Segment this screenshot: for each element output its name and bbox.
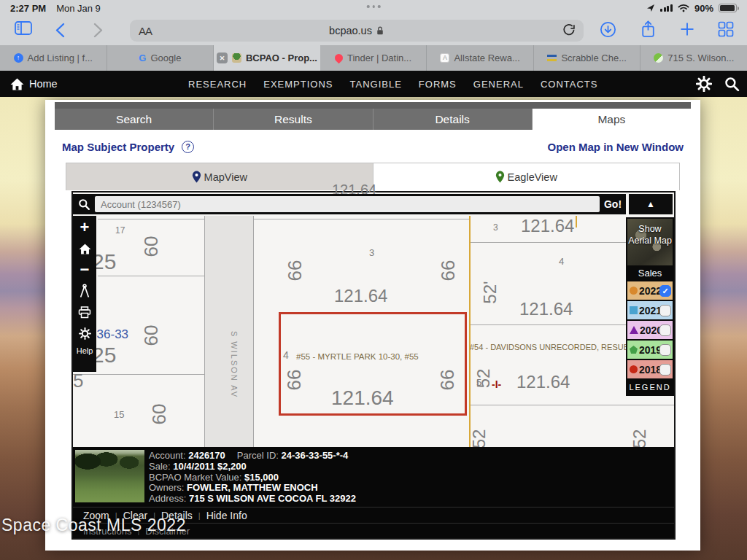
nav-item-general[interactable]: GENERAL xyxy=(473,79,524,90)
map-label: 121.64 xyxy=(516,373,570,391)
leaf-favicon-icon xyxy=(654,53,663,63)
map-link-hide-info[interactable]: Hide Info xyxy=(201,510,253,521)
open-map-new-window-link[interactable]: Open Map in New Window xyxy=(547,141,684,153)
sales-year-row-2022[interactable]: 2022✓ xyxy=(627,281,673,300)
browser-tab[interactable]: ✕BCPAO - Prop... xyxy=(214,45,320,71)
sales-year-row-2021[interactable]: 2021 xyxy=(627,301,673,319)
battery-percent: 90% xyxy=(694,3,713,14)
date: Mon Jan 9 xyxy=(56,3,101,14)
browser-tab[interactable]: ↑Add Listing | f... xyxy=(0,45,107,71)
forward-button[interactable] xyxy=(93,23,103,40)
map-search-input[interactable] xyxy=(95,196,600,212)
map-subject-property-link[interactable]: Map Subject Property xyxy=(62,141,174,153)
nav-item-research[interactable]: RESEARCH xyxy=(188,79,247,90)
map-label: 60 xyxy=(142,325,160,346)
tab-maps[interactable]: Maps xyxy=(533,109,691,130)
cellular-signal-icon xyxy=(660,4,673,12)
browser-tab[interactable]: GGoogle xyxy=(107,45,214,71)
zoom-in-button[interactable]: + xyxy=(76,219,93,236)
close-tab-icon[interactable]: ✕ xyxy=(217,52,228,63)
map-header-row: Map Subject Property ? Open Map in New W… xyxy=(62,136,684,158)
sales-year-checkbox[interactable]: ✓ xyxy=(659,285,671,297)
url-text: bcpao.us xyxy=(329,25,372,36)
sale-marker-circle-icon xyxy=(630,287,638,295)
info-label: Account: xyxy=(149,450,188,461)
sales-year-checkbox[interactable] xyxy=(659,324,671,336)
browser-tab[interactable]: AAllstate Rewa... xyxy=(427,45,534,71)
browser-tab-label: 715 S. Wilson... xyxy=(667,52,734,63)
measure-tool-button[interactable] xyxy=(76,283,93,299)
header-strip xyxy=(55,102,691,109)
panel-collapse-button[interactable]: ▲ xyxy=(629,194,673,214)
browser-tab-label: Google xyxy=(150,52,181,63)
sidebar-toggle-button[interactable] xyxy=(15,21,32,38)
map-label: S WILSON AV xyxy=(230,331,238,398)
nav-menu: RESEARCHEXEMPTIONSTANGIBLEFORMSGENERALCO… xyxy=(188,71,597,97)
back-button[interactable] xyxy=(55,23,65,40)
map-search-go-button[interactable]: Go! xyxy=(600,198,626,210)
sales-year-checkbox[interactable] xyxy=(659,344,671,356)
tab-search[interactable]: Search xyxy=(55,109,214,130)
map-home-button[interactable] xyxy=(76,241,93,257)
sales-year-checkbox[interactable] xyxy=(659,305,671,316)
info-pair: Sale: 10/4/2011 $2,200 xyxy=(149,461,247,472)
new-tab-button[interactable] xyxy=(679,21,695,39)
tab-eagleview[interactable]: EagleView xyxy=(374,163,680,190)
map-tool-column: + − Help xyxy=(73,216,96,372)
sales-year-row-2018[interactable]: 2018 xyxy=(627,360,673,378)
browser-tab-label: Tinder | Datin... xyxy=(347,52,411,63)
sales-year-row-2020[interactable]: 2020 xyxy=(627,321,673,339)
status-bar: 2:27 PM Mon Jan 9 90% xyxy=(0,0,747,16)
browser-toolbar: AA bcpao.us xyxy=(0,16,747,45)
site-search-icon[interactable] xyxy=(724,77,740,95)
nav-item-forms[interactable]: FORMS xyxy=(419,79,457,90)
map-settings-button[interactable] xyxy=(76,325,93,341)
share-button[interactable] xyxy=(640,20,657,41)
browser-tab-label: Scrabble Che... xyxy=(561,52,627,63)
nav-item-tangible[interactable]: TANGIBLE xyxy=(350,79,402,90)
info-value: FOWLER, MATTHEW ENOCH xyxy=(187,482,318,493)
map-help-button[interactable]: Help xyxy=(76,346,93,355)
nav-item-contacts[interactable]: CONTACTS xyxy=(541,79,598,90)
show-aerial-map-button[interactable]: Show Aerial Map xyxy=(627,219,673,265)
nav-item-exemptions[interactable]: EXEMPTIONS xyxy=(263,79,333,90)
map-label: 52 xyxy=(631,429,649,449)
map-label: 4 xyxy=(559,257,564,266)
tab-results[interactable]: Results xyxy=(214,109,373,130)
nav-home-link[interactable]: Home xyxy=(10,71,58,97)
browser-tab[interactable]: 715 S. Wilson... xyxy=(640,45,747,71)
reload-button[interactable] xyxy=(562,23,576,41)
parcel-map[interactable]: 121.64172524-36-33255153121.644#55 - MYR… xyxy=(71,191,676,540)
zoom-out-button[interactable]: − xyxy=(76,262,93,278)
address-bar[interactable]: AA bcpao.us xyxy=(130,20,584,42)
map-label: 4 xyxy=(283,350,289,360)
browser-tab[interactable]: Scrabble Che... xyxy=(534,45,641,71)
google-favicon-icon: G xyxy=(139,53,146,63)
map-label: 52' xyxy=(481,281,499,303)
browser-tab[interactable]: Tinder | Datin... xyxy=(320,45,427,71)
help-question-icon[interactable]: ? xyxy=(182,141,194,153)
tab-overview-button[interactable] xyxy=(718,21,734,39)
sales-year-row-2019[interactable]: 2019 xyxy=(627,341,673,359)
section-tabs: SearchResultsDetailsMaps xyxy=(55,109,691,130)
printer-icon xyxy=(78,306,91,319)
tab-details[interactable]: Details xyxy=(374,109,533,130)
legend-button[interactable]: LEGEND xyxy=(626,380,674,394)
map-pin-icon xyxy=(192,171,201,183)
sales-year-checkbox[interactable] xyxy=(659,364,671,376)
browser-tab-label: Allstate Rewa... xyxy=(454,52,519,63)
browser-tab-label: BCPAO - Prop... xyxy=(246,52,317,63)
parcel-info-text: Account: 2426170Parcel ID: 24-36-33-55-*… xyxy=(149,451,356,505)
map-label: 121.64 xyxy=(331,388,394,408)
scrabble-favicon-icon xyxy=(547,53,557,63)
info-label: Parcel ID: xyxy=(237,450,282,461)
chevron-up-icon: ▲ xyxy=(646,199,655,209)
tab-mapview[interactable]: MapView xyxy=(66,163,374,190)
site-nav: Home RESEARCHEXEMPTIONSTANGIBLEFORMSGENE… xyxy=(0,71,747,97)
map-label: 17 xyxy=(115,226,125,235)
print-button[interactable] xyxy=(76,304,93,320)
downloads-button[interactable] xyxy=(600,21,616,40)
sale-marker-circle-icon xyxy=(630,365,638,373)
map-label: 121.64 xyxy=(334,287,387,305)
settings-gear-icon[interactable] xyxy=(696,76,712,95)
